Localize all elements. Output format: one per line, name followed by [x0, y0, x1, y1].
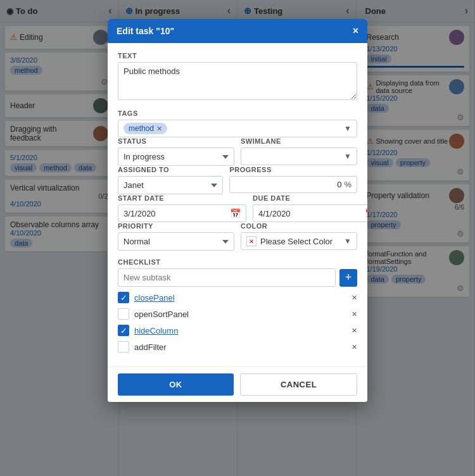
- priority-select[interactable]: Low Normal High Critical: [118, 232, 234, 251]
- due-date-input-wrap: 📅: [253, 204, 367, 222]
- color-label: COLOR: [241, 222, 357, 230]
- due-date-input[interactable]: [258, 209, 365, 218]
- checklist-checkbox-3[interactable]: ✓: [118, 325, 129, 336]
- color-chevron-icon: ▼: [344, 237, 352, 246]
- text-field-label: TEXT: [118, 52, 357, 60]
- progress-input-wrap: %: [229, 176, 357, 193]
- edit-task-modal: Edit task "10" × TEXT Public methods TAG…: [108, 19, 367, 402]
- status-field-wrap: STATUS To do In progress Testing Done: [118, 137, 234, 166]
- tag-method-remove[interactable]: ✕: [156, 125, 162, 133]
- tags-chevron-icon: ▼: [344, 124, 352, 133]
- due-date-calendar-icon[interactable]: 📅: [365, 208, 367, 218]
- tag-method-text: method: [129, 124, 154, 133]
- checklist-checkbox-4[interactable]: [118, 341, 129, 353]
- swimlane-label: SWIMLANE: [241, 137, 357, 145]
- start-date-calendar-icon[interactable]: 📅: [230, 208, 241, 218]
- tag-method-badge: method ✕: [124, 123, 167, 134]
- modal-header: Edit task "10" ×: [108, 19, 367, 43]
- modal-overlay: Edit task "10" × TEXT Public methods TAG…: [0, 0, 475, 476]
- text-input[interactable]: Public methods: [118, 62, 357, 100]
- color-field-wrap: COLOR ✕ Please Select Color ▼: [241, 222, 357, 251]
- progress-label: PROGRESS: [229, 166, 357, 173]
- start-date-input[interactable]: [124, 209, 230, 218]
- status-label: STATUS: [118, 137, 234, 145]
- checklist-item-remove-4[interactable]: ✕: [352, 343, 357, 351]
- modal-close-button[interactable]: ×: [353, 25, 358, 37]
- start-date-field-wrap: START DATE 📅: [118, 194, 246, 222]
- assigned-progress-row: ASSIGNED TO Janet Bob Alice PROGRESS %: [118, 166, 357, 194]
- checklist-item-remove-3[interactable]: ✕: [352, 327, 357, 335]
- start-date-input-wrap: 📅: [118, 204, 246, 222]
- swimlane-select[interactable]: ▼: [241, 147, 357, 165]
- checklist-label: CHECKLIST: [118, 258, 357, 266]
- due-date-label: DUE DATE: [253, 194, 367, 202]
- ok-button[interactable]: OK: [118, 373, 234, 396]
- dates-row: START DATE 📅 DUE DATE 📅: [118, 194, 357, 222]
- checklist-checkbox-1[interactable]: ✓: [118, 292, 129, 303]
- checklist-item-3: ✓ hideColumn ✕: [118, 325, 357, 336]
- progress-input[interactable]: [235, 180, 341, 189]
- swimlane-field-wrap: SWIMLANE ▼: [241, 137, 357, 166]
- modal-body: TEXT Public methods TAGS method ✕ ▼ STAT…: [108, 43, 367, 366]
- cancel-button[interactable]: CANCEL: [240, 373, 357, 396]
- priority-label: PRIORITY: [118, 222, 234, 230]
- due-date-field-wrap: DUE DATE 📅: [253, 194, 367, 222]
- assigned-select[interactable]: Janet Bob Alice: [118, 176, 223, 194]
- checklist-item-label-2: openSortPanel: [134, 310, 346, 319]
- color-swatch-icon: ✕: [246, 236, 256, 246]
- tags-field-label: TAGS: [118, 110, 357, 117]
- checklist-item-4: addFilter ✕: [118, 341, 357, 353]
- priority-field-wrap: PRIORITY Low Normal High Critical: [118, 222, 234, 251]
- color-placeholder-text: Please Select Color: [260, 237, 340, 246]
- checklist-input-row: +: [118, 268, 357, 287]
- color-select[interactable]: ✕ Please Select Color ▼: [241, 232, 357, 250]
- modal-title: Edit task "10": [117, 26, 174, 36]
- checklist-item-label-1: closePanel: [134, 293, 346, 303]
- checklist-item-label-3: hideColumn: [134, 326, 346, 335]
- assigned-label: ASSIGNED TO: [118, 166, 223, 173]
- assigned-field-wrap: ASSIGNED TO Janet Bob Alice: [118, 166, 223, 194]
- status-swimlane-row: STATUS To do In progress Testing Done SW…: [118, 137, 357, 166]
- modal-footer: OK CANCEL: [108, 366, 367, 402]
- status-select[interactable]: To do In progress Testing Done: [118, 147, 234, 166]
- tags-input-field[interactable]: method ✕ ▼: [118, 120, 357, 137]
- checklist-add-button[interactable]: +: [339, 269, 357, 287]
- checklist-new-input[interactable]: [118, 268, 336, 287]
- checklist-checkbox-2[interactable]: [118, 308, 129, 320]
- swimlane-chevron-icon: ▼: [344, 152, 352, 161]
- checklist-item-2: openSortPanel ✕: [118, 308, 357, 320]
- checklist-item-1: ✓ closePanel ✕: [118, 292, 357, 303]
- progress-field-wrap: PROGRESS %: [229, 166, 357, 194]
- checklist-item-label-4: addFilter: [134, 342, 346, 352]
- start-date-label: START DATE: [118, 194, 246, 202]
- progress-unit: %: [344, 180, 352, 189]
- checklist-item-remove-1[interactable]: ✕: [352, 294, 357, 302]
- checklist-items-list: ✓ closePanel ✕ openSortPanel ✕ ✓ hideCol…: [118, 292, 357, 353]
- priority-color-row: PRIORITY Low Normal High Critical COLOR …: [118, 222, 357, 251]
- checklist-item-remove-2[interactable]: ✕: [352, 310, 357, 318]
